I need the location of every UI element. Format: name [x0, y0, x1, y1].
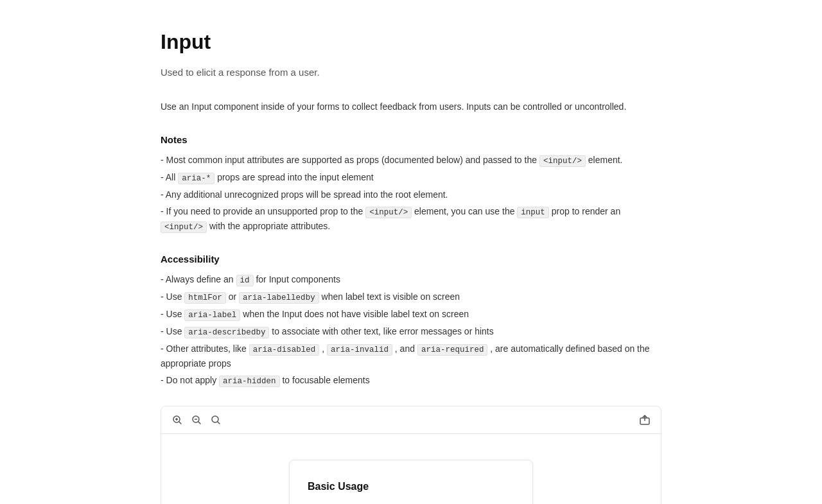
preview-content: Basic Usage In this example, an Input is…: [161, 434, 661, 504]
page-description: Use an Input component inside of your fo…: [161, 100, 661, 114]
a11y-item-5-before: Other attributes, like: [166, 343, 249, 354]
notes-item-4-code2: input: [517, 207, 549, 218]
accessibility-item-4: Use aria-describedby to associate with o…: [161, 324, 661, 339]
zoom-in-button[interactable]: [170, 413, 184, 427]
notes-item-2-text-before: All: [166, 172, 178, 182]
accessibility-item-3: Use aria-label when the Input does not h…: [161, 307, 661, 322]
a11y-item-1-before: Always define an: [166, 274, 236, 284]
a11y-item-5-code1: aria-disabled: [249, 344, 320, 356]
accessibility-list: Always define an id for Input components…: [161, 272, 661, 388]
a11y-item-5-code2: aria-invalid: [327, 344, 392, 356]
a11y-item-2-after: when label text is visible on screen: [319, 291, 460, 302]
a11y-item-3-before: Use: [166, 309, 185, 319]
a11y-item-2-before: Use: [166, 291, 185, 302]
notes-heading: Notes: [161, 132, 661, 148]
a11y-item-1-after: for Input components: [254, 274, 340, 284]
demo-card: Basic Usage In this example, an Input is…: [289, 460, 533, 504]
notes-section: Notes Most common input attributes are s…: [161, 132, 661, 234]
a11y-item-5-code3: aria-required: [417, 344, 488, 356]
notes-item-1-code: <input/>: [539, 155, 586, 167]
notes-item-2: All aria-* props are spread into the inp…: [161, 170, 661, 185]
a11y-item-3-code: aria-label: [184, 309, 240, 321]
notes-item-4-code1: <input/>: [365, 207, 412, 218]
accessibility-item-6: Do not apply aria-hidden to focusable el…: [161, 373, 661, 388]
accessibility-heading: Accessibility: [161, 252, 661, 267]
notes-item-1-text-before: Most common input attributes are support…: [166, 155, 539, 165]
notes-item-4-code3: <input/>: [161, 222, 207, 233]
accessibility-section: Accessibility Always define an id for In…: [161, 252, 661, 388]
notes-list: Most common input attributes are support…: [161, 153, 661, 234]
notes-item-3-text: Any additional unrecognized props will b…: [166, 189, 448, 200]
a11y-item-6-after: to focusable elements: [280, 375, 370, 385]
notes-item-2-text-after: props are spread into the input element: [214, 172, 374, 182]
a11y-item-3-after: when the Input does not have visible lab…: [240, 309, 469, 319]
accessibility-item-1: Always define an id for Input components: [161, 272, 661, 287]
a11y-item-6-code: aria-hidden: [219, 376, 280, 387]
preview-toolbar: [161, 406, 661, 434]
demo-card-title: Basic Usage: [308, 478, 514, 495]
zoom-out-button[interactable]: [189, 413, 204, 427]
a11y-item-4-code: aria-describedby: [184, 327, 269, 338]
a11y-item-6-before: Do not apply: [166, 375, 220, 385]
accessibility-item-2: Use htmlFor or aria-labelledby when labe…: [161, 290, 661, 304]
svg-line-3: [179, 422, 181, 424]
notes-item-3: Any additional unrecognized props will b…: [161, 187, 661, 202]
page-title: Input: [161, 26, 661, 58]
notes-item-1-text-after: element.: [586, 155, 623, 165]
notes-item-4-text-middle2: prop to render an: [549, 206, 620, 216]
notes-item-1: Most common input attributes are support…: [161, 153, 661, 168]
page-subtitle: Used to elicit a response from a user.: [161, 65, 661, 80]
a11y-item-2-middle: or: [226, 291, 239, 302]
page-container: Input Used to elicit a response from a u…: [122, 0, 700, 504]
svg-line-6: [198, 422, 200, 424]
notes-item-2-code: aria-*: [178, 173, 214, 184]
share-button[interactable]: [638, 413, 652, 427]
notes-item-4: If you need to provide an unsupported pr…: [161, 204, 661, 234]
notes-item-4-text-after: with the appropriate attributes.: [207, 221, 330, 231]
a11y-item-1-code: id: [236, 275, 254, 286]
a11y-item-5-middle2: , and: [392, 343, 417, 354]
a11y-item-4-before: Use: [166, 326, 185, 336]
a11y-item-2-code2: aria-labelledby: [239, 292, 319, 304]
notes-item-4-text-before: If you need to provide an unsupported pr…: [166, 206, 366, 216]
reset-zoom-button[interactable]: [209, 413, 223, 427]
svg-line-8: [218, 422, 220, 424]
a11y-item-2-code1: htmlFor: [184, 292, 226, 304]
notes-item-4-text-middle: element, you can use the: [412, 206, 517, 216]
accessibility-item-5: Other attributes, like aria-disabled , a…: [161, 342, 661, 370]
a11y-item-5-middle1: ,: [319, 343, 327, 354]
preview-container: Basic Usage In this example, an Input is…: [161, 406, 661, 504]
a11y-item-4-after: to associate with other text, like error…: [269, 326, 493, 336]
